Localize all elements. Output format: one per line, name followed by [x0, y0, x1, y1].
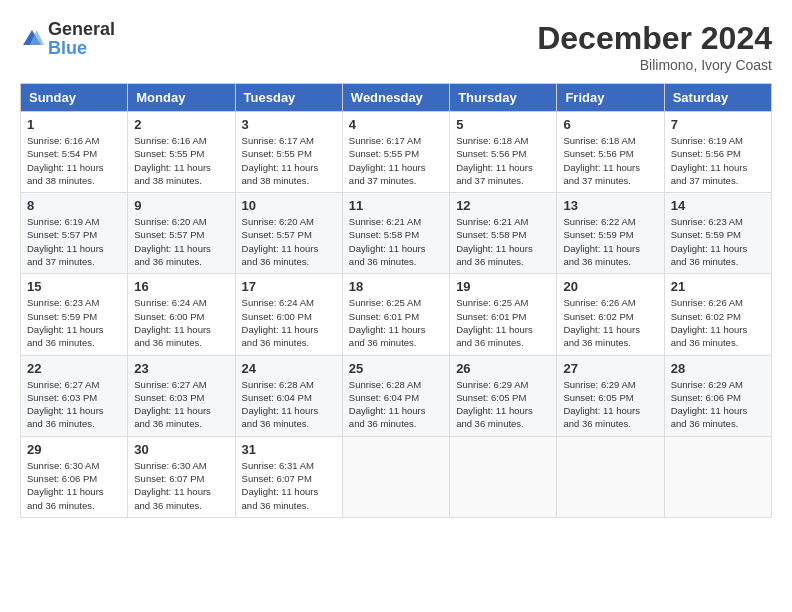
calendar-cell: 28Sunrise: 6:29 AMSunset: 6:06 PMDayligh… — [664, 355, 771, 436]
day-info: Sunrise: 6:24 AMSunset: 6:00 PMDaylight:… — [242, 296, 336, 349]
day-info: Sunrise: 6:23 AMSunset: 5:59 PMDaylight:… — [671, 215, 765, 268]
calendar-week-3: 15Sunrise: 6:23 AMSunset: 5:59 PMDayligh… — [21, 274, 772, 355]
calendar-cell: 14Sunrise: 6:23 AMSunset: 5:59 PMDayligh… — [664, 193, 771, 274]
calendar-body: 1Sunrise: 6:16 AMSunset: 5:54 PMDaylight… — [21, 112, 772, 518]
day-number: 13 — [563, 198, 657, 213]
day-number: 5 — [456, 117, 550, 132]
day-info: Sunrise: 6:30 AMSunset: 6:07 PMDaylight:… — [134, 459, 228, 512]
day-info: Sunrise: 6:18 AMSunset: 5:56 PMDaylight:… — [456, 134, 550, 187]
day-number: 31 — [242, 442, 336, 457]
calendar-cell: 26Sunrise: 6:29 AMSunset: 6:05 PMDayligh… — [450, 355, 557, 436]
calendar-cell: 7Sunrise: 6:19 AMSunset: 5:56 PMDaylight… — [664, 112, 771, 193]
calendar-cell: 4Sunrise: 6:17 AMSunset: 5:55 PMDaylight… — [342, 112, 449, 193]
day-number: 3 — [242, 117, 336, 132]
day-number: 30 — [134, 442, 228, 457]
day-number: 23 — [134, 361, 228, 376]
day-number: 28 — [671, 361, 765, 376]
calendar-cell: 10Sunrise: 6:20 AMSunset: 5:57 PMDayligh… — [235, 193, 342, 274]
day-info: Sunrise: 6:17 AMSunset: 5:55 PMDaylight:… — [349, 134, 443, 187]
calendar-cell: 19Sunrise: 6:25 AMSunset: 6:01 PMDayligh… — [450, 274, 557, 355]
day-number: 18 — [349, 279, 443, 294]
day-number: 6 — [563, 117, 657, 132]
calendar-cell: 29Sunrise: 6:30 AMSunset: 6:06 PMDayligh… — [21, 436, 128, 517]
calendar-cell — [557, 436, 664, 517]
day-number: 22 — [27, 361, 121, 376]
day-number: 27 — [563, 361, 657, 376]
day-number: 14 — [671, 198, 765, 213]
day-number: 16 — [134, 279, 228, 294]
day-info: Sunrise: 6:28 AMSunset: 6:04 PMDaylight:… — [242, 378, 336, 431]
day-number: 1 — [27, 117, 121, 132]
day-info: Sunrise: 6:20 AMSunset: 5:57 PMDaylight:… — [134, 215, 228, 268]
day-number: 20 — [563, 279, 657, 294]
day-info: Sunrise: 6:27 AMSunset: 6:03 PMDaylight:… — [134, 378, 228, 431]
page-header: General Blue December 2024 Bilimono, Ivo… — [20, 20, 772, 73]
calendar-cell: 8Sunrise: 6:19 AMSunset: 5:57 PMDaylight… — [21, 193, 128, 274]
calendar-week-1: 1Sunrise: 6:16 AMSunset: 5:54 PMDaylight… — [21, 112, 772, 193]
calendar-cell: 21Sunrise: 6:26 AMSunset: 6:02 PMDayligh… — [664, 274, 771, 355]
calendar-cell: 22Sunrise: 6:27 AMSunset: 6:03 PMDayligh… — [21, 355, 128, 436]
day-number: 21 — [671, 279, 765, 294]
day-info: Sunrise: 6:24 AMSunset: 6:00 PMDaylight:… — [134, 296, 228, 349]
calendar-week-4: 22Sunrise: 6:27 AMSunset: 6:03 PMDayligh… — [21, 355, 772, 436]
logo-blue-text: Blue — [48, 38, 87, 58]
calendar-cell: 13Sunrise: 6:22 AMSunset: 5:59 PMDayligh… — [557, 193, 664, 274]
day-number: 25 — [349, 361, 443, 376]
day-info: Sunrise: 6:29 AMSunset: 6:05 PMDaylight:… — [563, 378, 657, 431]
logo-general-text: General — [48, 19, 115, 39]
column-header-tuesday: Tuesday — [235, 84, 342, 112]
calendar-cell: 27Sunrise: 6:29 AMSunset: 6:05 PMDayligh… — [557, 355, 664, 436]
calendar-cell: 20Sunrise: 6:26 AMSunset: 6:02 PMDayligh… — [557, 274, 664, 355]
day-number: 19 — [456, 279, 550, 294]
day-info: Sunrise: 6:29 AMSunset: 6:05 PMDaylight:… — [456, 378, 550, 431]
logo: General Blue — [20, 20, 115, 58]
calendar-cell: 31Sunrise: 6:31 AMSunset: 6:07 PMDayligh… — [235, 436, 342, 517]
day-info: Sunrise: 6:31 AMSunset: 6:07 PMDaylight:… — [242, 459, 336, 512]
day-info: Sunrise: 6:28 AMSunset: 6:04 PMDaylight:… — [349, 378, 443, 431]
day-number: 15 — [27, 279, 121, 294]
calendar-cell: 17Sunrise: 6:24 AMSunset: 6:00 PMDayligh… — [235, 274, 342, 355]
calendar-cell: 9Sunrise: 6:20 AMSunset: 5:57 PMDaylight… — [128, 193, 235, 274]
calendar-cell: 3Sunrise: 6:17 AMSunset: 5:55 PMDaylight… — [235, 112, 342, 193]
day-number: 12 — [456, 198, 550, 213]
calendar-cell: 23Sunrise: 6:27 AMSunset: 6:03 PMDayligh… — [128, 355, 235, 436]
day-info: Sunrise: 6:16 AMSunset: 5:55 PMDaylight:… — [134, 134, 228, 187]
day-info: Sunrise: 6:19 AMSunset: 5:56 PMDaylight:… — [671, 134, 765, 187]
day-number: 17 — [242, 279, 336, 294]
calendar-cell: 12Sunrise: 6:21 AMSunset: 5:58 PMDayligh… — [450, 193, 557, 274]
column-header-monday: Monday — [128, 84, 235, 112]
calendar-table: SundayMondayTuesdayWednesdayThursdayFrid… — [20, 83, 772, 518]
month-title: December 2024 — [537, 20, 772, 57]
calendar-cell: 15Sunrise: 6:23 AMSunset: 5:59 PMDayligh… — [21, 274, 128, 355]
day-info: Sunrise: 6:21 AMSunset: 5:58 PMDaylight:… — [456, 215, 550, 268]
day-info: Sunrise: 6:18 AMSunset: 5:56 PMDaylight:… — [563, 134, 657, 187]
column-header-sunday: Sunday — [21, 84, 128, 112]
calendar-header: SundayMondayTuesdayWednesdayThursdayFrid… — [21, 84, 772, 112]
title-section: December 2024 Bilimono, Ivory Coast — [537, 20, 772, 73]
day-number: 7 — [671, 117, 765, 132]
calendar-cell: 30Sunrise: 6:30 AMSunset: 6:07 PMDayligh… — [128, 436, 235, 517]
day-info: Sunrise: 6:30 AMSunset: 6:06 PMDaylight:… — [27, 459, 121, 512]
calendar-cell: 18Sunrise: 6:25 AMSunset: 6:01 PMDayligh… — [342, 274, 449, 355]
day-info: Sunrise: 6:29 AMSunset: 6:06 PMDaylight:… — [671, 378, 765, 431]
column-header-thursday: Thursday — [450, 84, 557, 112]
logo-icon — [20, 27, 44, 51]
location-text: Bilimono, Ivory Coast — [537, 57, 772, 73]
calendar-cell: 16Sunrise: 6:24 AMSunset: 6:00 PMDayligh… — [128, 274, 235, 355]
calendar-cell: 25Sunrise: 6:28 AMSunset: 6:04 PMDayligh… — [342, 355, 449, 436]
calendar-cell: 5Sunrise: 6:18 AMSunset: 5:56 PMDaylight… — [450, 112, 557, 193]
day-number: 11 — [349, 198, 443, 213]
day-number: 29 — [27, 442, 121, 457]
calendar-cell — [664, 436, 771, 517]
day-info: Sunrise: 6:26 AMSunset: 6:02 PMDaylight:… — [563, 296, 657, 349]
column-header-wednesday: Wednesday — [342, 84, 449, 112]
day-info: Sunrise: 6:19 AMSunset: 5:57 PMDaylight:… — [27, 215, 121, 268]
calendar-cell: 1Sunrise: 6:16 AMSunset: 5:54 PMDaylight… — [21, 112, 128, 193]
calendar-cell: 24Sunrise: 6:28 AMSunset: 6:04 PMDayligh… — [235, 355, 342, 436]
day-info: Sunrise: 6:23 AMSunset: 5:59 PMDaylight:… — [27, 296, 121, 349]
day-number: 8 — [27, 198, 121, 213]
day-info: Sunrise: 6:26 AMSunset: 6:02 PMDaylight:… — [671, 296, 765, 349]
day-info: Sunrise: 6:21 AMSunset: 5:58 PMDaylight:… — [349, 215, 443, 268]
calendar-week-2: 8Sunrise: 6:19 AMSunset: 5:57 PMDaylight… — [21, 193, 772, 274]
day-number: 10 — [242, 198, 336, 213]
